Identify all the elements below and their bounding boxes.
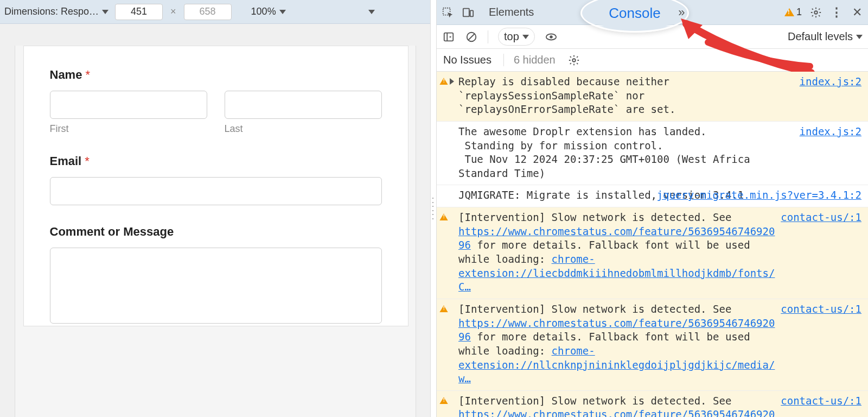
- chevron-down-icon: [856, 35, 863, 39]
- close-icon[interactable]: ✕: [851, 6, 864, 19]
- zoom-dropdown[interactable]: 100%: [251, 6, 286, 17]
- dimensions-dropdown[interactable]: Dimensions: Respo…: [4, 6, 108, 17]
- required-indicator: *: [86, 68, 91, 81]
- throttle-dropdown[interactable]: [368, 10, 375, 14]
- warning-icon: [439, 78, 448, 85]
- device-toolbar: Dimensions: Respo… × 100%: [0, 0, 430, 24]
- hidden-count[interactable]: 6 hidden: [503, 54, 556, 66]
- console-log-row[interactable]: The awesome Droplr extension has landed.…: [437, 122, 868, 186]
- name-label: Name *: [50, 68, 382, 82]
- log-source-link[interactable]: contact-us/:1: [781, 302, 861, 317]
- log-source-link[interactable]: index.js:2: [800, 75, 861, 89]
- warning-icon: [439, 213, 448, 220]
- tab-elements[interactable]: Elements: [482, 2, 540, 23]
- last-name-input[interactable]: [225, 91, 382, 119]
- log-source-link[interactable]: index.js:2: [800, 125, 861, 139]
- warning-icon: [439, 397, 448, 404]
- warning-count: 1: [796, 7, 802, 18]
- zoom-value: 100%: [251, 6, 276, 17]
- live-expression-icon[interactable]: [545, 30, 558, 43]
- tab-console[interactable]: Console: [602, 1, 667, 26]
- svg-point-10: [550, 35, 553, 39]
- devtools-pane: Elements Console » 1 ⋮ ✕: [437, 0, 868, 417]
- console-settings-icon[interactable]: [567, 54, 580, 67]
- console-log-row[interactable]: [Intervention] Slow network is detected.…: [437, 207, 868, 299]
- expand-icon[interactable]: [450, 78, 454, 85]
- dimensions-label: Dimensions: Respo…: [4, 6, 99, 17]
- log-source-link[interactable]: contact-us/:1: [781, 394, 861, 408]
- svg-line-8: [469, 34, 475, 40]
- context-selector[interactable]: top: [498, 28, 535, 46]
- no-issues-label[interactable]: No Issues: [443, 54, 492, 66]
- pane-resize-handle[interactable]: [430, 0, 437, 417]
- first-sublabel: First: [50, 123, 207, 135]
- chevron-down-icon: [102, 10, 108, 14]
- toggle-device-toolbar-icon[interactable]: [462, 6, 475, 19]
- sidebar-toggle-icon[interactable]: [442, 30, 455, 43]
- devtools-tabs: Elements Console » 1 ⋮ ✕: [437, 0, 868, 25]
- console-log-row[interactable]: [Intervention] Slow network is detected.…: [437, 299, 868, 391]
- console-log-row[interactable]: [Intervention] Slow network is detected.…: [437, 391, 868, 417]
- inspect-element-icon[interactable]: [441, 6, 454, 19]
- email-label: Email *: [50, 154, 382, 168]
- width-input[interactable]: [115, 4, 163, 20]
- required-indicator: *: [85, 154, 90, 168]
- clear-console-icon[interactable]: [465, 30, 478, 43]
- warning-icon: [439, 305, 448, 312]
- log-source-link[interactable]: contact-us/:1: [781, 211, 861, 225]
- console-log-area[interactable]: Replay is disabled because neither `repl…: [437, 72, 868, 417]
- comment-label: Comment or Message: [50, 225, 382, 239]
- device-emulator-pane: Dimensions: Respo… × 100% Name * First: [0, 0, 430, 417]
- svg-point-11: [572, 59, 576, 62]
- levels-label: Default levels: [788, 30, 853, 43]
- svg-marker-6: [450, 36, 452, 38]
- page-viewport[interactable]: Name * First Last Email * Comment or Mes…: [23, 46, 409, 326]
- svg-point-3: [814, 11, 818, 14]
- comment-textarea[interactable]: [50, 248, 382, 324]
- chevron-down-icon: [522, 35, 529, 39]
- kebab-menu-icon[interactable]: ⋮: [830, 6, 843, 19]
- issues-bar: No Issues 6 hidden: [437, 49, 868, 72]
- first-name-input[interactable]: [50, 91, 207, 119]
- svg-rect-2: [470, 10, 474, 16]
- chevron-down-icon: [279, 10, 286, 14]
- svg-rect-4: [444, 33, 454, 41]
- log-levels-dropdown[interactable]: Default levels: [788, 30, 863, 43]
- svg-rect-1: [463, 8, 469, 16]
- warnings-badge[interactable]: 1: [784, 7, 802, 18]
- dimension-separator: ×: [170, 6, 176, 17]
- last-sublabel: Last: [225, 123, 382, 135]
- settings-icon[interactable]: [809, 6, 822, 19]
- warning-icon: [784, 8, 794, 16]
- context-value: top: [504, 30, 519, 43]
- console-log-row[interactable]: Replay is disabled because neither `repl…: [437, 72, 868, 122]
- height-input[interactable]: [184, 4, 232, 20]
- log-source-link[interactable]: jquery-migrate.min.js?ver=3.4.1:2: [657, 188, 862, 203]
- email-input[interactable]: [50, 177, 382, 205]
- console-log-row[interactable]: JQMIGRATE: Migrate is installed, version…: [437, 185, 868, 207]
- viewport-area: Name * First Last Email * Comment or Mes…: [0, 24, 430, 417]
